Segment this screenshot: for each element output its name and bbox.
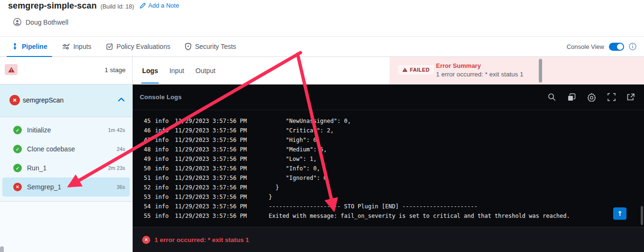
console-view-toggle[interactable] — [609, 43, 624, 51]
console-title: Console Logs — [140, 93, 181, 101]
log-line: 54 info 11/29/2023 3:57:56 PM ----------… — [139, 202, 644, 211]
step-label: Clone codebase — [27, 145, 75, 153]
log-timestamp: 11/29/2023 3:57:56 PM — [175, 165, 247, 172]
step-duration: 36s — [117, 184, 125, 190]
up-arrow-icon: ↑ — [617, 210, 623, 217]
settings-icon[interactable] — [587, 93, 596, 102]
stage-summary-row: 1 stage — [0, 57, 132, 84]
log-message: "Ignored": 0 — [269, 175, 327, 181]
tab-inputs-label: Inputs — [73, 43, 91, 50]
stage-row-semgrepscan[interactable]: semgrepScan — [0, 84, 132, 117]
log-line-number: 45 — [139, 118, 151, 124]
log-line-number: 51 — [139, 175, 151, 181]
log-message: } — [269, 184, 279, 191]
log-line-number: 50 — [139, 165, 151, 172]
log-line: 53 info 11/29/2023 3:57:56 PM } — [139, 192, 644, 202]
log-level: info — [155, 165, 170, 172]
tab-inputs[interactable]: Inputs — [61, 37, 92, 56]
logs-tab-underline — [141, 83, 159, 84]
log-level: info — [155, 203, 170, 210]
console-panel: Console Logs 45 info 11/29/2023 3:57:56 … — [133, 84, 644, 252]
log-line: 45 info 11/29/2023 3:57:56 PM "NewUnassi… — [139, 116, 644, 126]
tab-logs[interactable]: Logs — [142, 57, 158, 84]
error-summary-title: Error Summary — [436, 62, 524, 69]
log-level: info — [155, 184, 170, 191]
pipeline-failed-badge — [5, 64, 18, 75]
scroll-to-top-button[interactable]: ↑ — [613, 207, 626, 220]
tab-pipeline[interactable]: Pipeline — [10, 37, 48, 56]
add-note-label: Add a Note — [148, 2, 179, 9]
log-level: info — [155, 194, 170, 200]
log-message: "Medium": 5, — [269, 146, 327, 153]
top-tab-bar: Pipeline Inputs Policy Evaluations Secur… — [0, 37, 644, 57]
step-row[interactable]: Initialize 1m 42s — [2, 121, 130, 140]
step-label: Initialize — [27, 126, 51, 134]
warning-triangle-icon — [8, 67, 15, 73]
step-status-icon — [13, 183, 22, 191]
log-message: "Low": 1, — [269, 156, 317, 162]
info-icon[interactable] — [629, 43, 636, 50]
log-level: info — [155, 118, 170, 124]
tab-input-label: Input — [169, 67, 184, 75]
pipeline-icon — [11, 43, 18, 50]
tab-logs-label: Logs — [142, 67, 158, 75]
log-message: Exited with message: fail_on_severity is… — [269, 213, 570, 219]
log-line: 51 info 11/29/2023 3:57:56 PM "Ignored":… — [139, 173, 644, 183]
log-timestamp: 11/29/2023 3:57:56 PM — [175, 194, 247, 200]
step-duration: 24s — [117, 146, 125, 152]
step-status-icon — [13, 126, 22, 134]
user-avatar-icon — [13, 18, 21, 26]
add-note-button[interactable]: Add a Note — [140, 2, 179, 9]
log-tab-strip: Logs Input Output FAILED Error Summary 1… — [133, 57, 644, 84]
copy-icon[interactable] — [567, 93, 576, 102]
log-timestamp: 11/29/2023 3:57:56 PM — [175, 184, 247, 191]
log-timestamp: 11/29/2023 3:57:56 PM — [175, 156, 247, 162]
log-line-number: 49 — [139, 156, 151, 162]
log-level: info — [155, 127, 170, 134]
log-line: 55 info 11/29/2023 3:57:56 PM Exited wit… — [139, 211, 644, 221]
console-scrollbar-thumb[interactable] — [641, 206, 643, 225]
log-level: info — [155, 213, 170, 219]
log-level: info — [155, 156, 170, 162]
step-label: Run_1 — [27, 164, 46, 172]
console-log-lines: 45 info 11/29/2023 3:57:56 PM "NewUnassi… — [133, 110, 644, 221]
log-timestamp: 11/29/2023 3:57:56 PM — [175, 146, 247, 153]
tab-security-tests[interactable]: Security Tests — [184, 37, 237, 56]
toggle-knob — [617, 44, 623, 50]
log-line: 47 info 11/29/2023 3:57:56 PM "High": 0, — [139, 135, 644, 145]
pipeline-execution-page: semgrep-simple-scan (Build Id: 18) Add a… — [0, 0, 644, 252]
log-line-number: 55 — [139, 213, 151, 219]
tab-policy-evaluations[interactable]: Policy Evaluations — [105, 37, 172, 56]
log-line: 48 info 11/29/2023 3:57:56 PM "Medium": … — [139, 145, 644, 154]
log-line-number: 54 — [139, 203, 151, 210]
sidebar-scrollbar-thumb[interactable] — [0, 246, 4, 252]
log-line-number: 52 — [139, 184, 151, 191]
error-x-icon: ✕ — [142, 236, 150, 244]
console-error-footer: ✕ 1 error occurred: * exit status 1 — [133, 227, 644, 252]
log-level: info — [155, 175, 170, 181]
step-row[interactable]: Semgrep_1 36s — [2, 177, 130, 196]
tab-pipeline-label: Pipeline — [22, 43, 47, 50]
step-row[interactable]: Clone codebase 24s — [2, 140, 130, 159]
log-message: "Info": 0, — [269, 165, 320, 172]
console-view-label: Console View — [567, 43, 604, 50]
failed-badge-label: FAILED — [410, 67, 430, 73]
tab-input[interactable]: Input — [169, 57, 184, 84]
log-message: "NewUnassigned": 0, — [269, 118, 351, 124]
user-name: Doug Bothwell — [26, 19, 68, 26]
chevron-up-icon[interactable] — [118, 97, 125, 102]
log-line: 46 info 11/29/2023 3:57:56 PM "Critical"… — [139, 126, 644, 135]
tab-output[interactable]: Output — [196, 57, 216, 84]
log-message: "Critical": 2, — [269, 127, 334, 134]
fullscreen-icon[interactable] — [608, 93, 616, 101]
step-list: Initialize 1m 42s Clone codebase 24s Run… — [0, 117, 132, 202]
log-message: --------------------- STO Plugin [END] -… — [269, 203, 478, 210]
step-row[interactable]: Run_1 2m 23s — [2, 159, 130, 177]
stage-failed-icon — [9, 95, 20, 105]
search-icon[interactable] — [548, 93, 556, 101]
error-panel-scrollbar-thumb[interactable] — [539, 59, 542, 83]
open-in-new-icon[interactable] — [627, 93, 635, 101]
failed-status-badge: FAILED — [398, 65, 434, 75]
log-timestamp: 11/29/2023 3:57:56 PM — [175, 137, 247, 143]
footer-error-message: 1 error occurred: * exit status 1 — [154, 236, 249, 243]
